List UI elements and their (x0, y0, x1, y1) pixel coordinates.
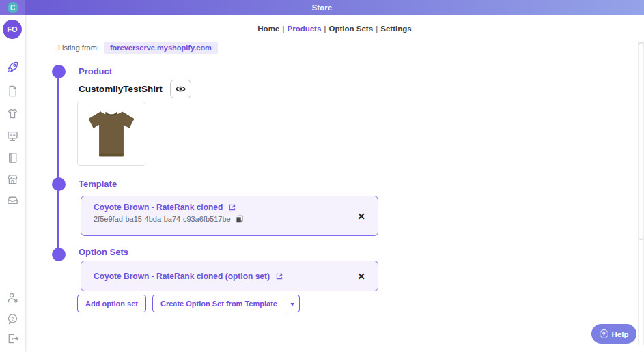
option-sets-heading: Option Sets (79, 247, 128, 257)
window-title: Store (0, 0, 644, 15)
monitor-text-icon: AA (6, 130, 19, 143)
scrollbar-track[interactable] (638, 41, 644, 345)
app-logo[interactable]: C (0, 0, 25, 15)
timeline-dot-product (52, 65, 66, 78)
sidebar-item-getting-started[interactable] (0, 59, 25, 75)
add-option-set-button[interactable]: Add option set (77, 295, 146, 312)
svg-text:?: ? (11, 315, 14, 321)
nav-products[interactable]: Products (287, 25, 321, 33)
exit-door-icon (6, 332, 19, 345)
copy-icon[interactable] (236, 215, 243, 223)
rocket-icon (6, 61, 19, 74)
nav-home[interactable]: Home (257, 25, 279, 33)
nav-separator: | (324, 25, 326, 33)
sidebar-item-help[interactable]: ? (0, 310, 25, 327)
remove-option-set-button[interactable]: ✕ (357, 272, 365, 281)
inbox-tray-icon (6, 194, 19, 207)
nav-settings[interactable]: Settings (380, 25, 411, 33)
nav-separator: | (282, 25, 284, 33)
sidebar-item-store[interactable] (0, 171, 25, 187)
help-button[interactable]: ? Help (591, 324, 636, 344)
external-link-icon[interactable] (275, 272, 283, 280)
nav-option-sets[interactable]: Option Sets (329, 25, 374, 33)
breadcrumb-nav: Home|Products|Option Sets|Settings (25, 25, 644, 33)
template-heading: Template (79, 179, 117, 189)
scrollbar-thumb[interactable] (639, 42, 643, 240)
tshirt-icon (6, 107, 19, 120)
storefront-icon (6, 173, 19, 186)
sidebar-item-catalog[interactable] (0, 149, 25, 166)
create-option-set-split-button: Create Option Set from Template ▾ (152, 295, 300, 312)
timeline-connector (57, 71, 59, 255)
listing-source-row: Listing from: foreverserve.myshopify.com (58, 42, 218, 54)
template-id-row: 2f5e9fad-ba15-4bda-ba74-c93a6fb517be (94, 215, 378, 223)
option-set-link[interactable]: Coyote Brown - RateRank cloned (option s… (94, 272, 270, 281)
template-title-row: Coyote Brown - RateRank cloned (94, 203, 378, 212)
sidebar: FO AA (0, 15, 25, 352)
app-window: Store C FO (0, 0, 644, 352)
nav-separator: | (376, 25, 378, 33)
create-option-set-dropdown-button[interactable]: ▾ (285, 295, 299, 312)
sidebar-item-mockups[interactable]: AA (0, 128, 25, 144)
preview-product-button[interactable] (170, 80, 191, 98)
create-option-set-button[interactable]: Create Option Set from Template (153, 295, 285, 312)
option-set-card: Coyote Brown - RateRank cloned (option s… (81, 261, 378, 291)
product-name-row: CustomilyTestShirt (79, 80, 191, 98)
template-card: Coyote Brown - RateRank cloned 2f5e9fad-… (81, 196, 378, 236)
user-settings-icon (6, 291, 19, 304)
store-domain-badge[interactable]: foreverserve.myshopify.com (104, 42, 218, 54)
product-thumbnail[interactable] (77, 102, 145, 166)
question-bubble-icon: ? (6, 312, 19, 325)
sidebar-item-logout[interactable] (0, 330, 25, 347)
external-link-icon[interactable] (228, 203, 236, 211)
option-set-actions: Add option set Create Option Set from Te… (77, 295, 300, 312)
sidebar-item-inbox[interactable] (0, 192, 25, 208)
template-id: 2f5e9fad-ba15-4bda-ba74-c93a6fb517be (94, 215, 231, 223)
timeline-dot-template (52, 177, 66, 191)
file-icon (6, 85, 19, 98)
help-question-icon: ? (600, 329, 608, 338)
remove-template-button[interactable]: ✕ (357, 211, 365, 221)
option-set-title-row: Coyote Brown - RateRank cloned (option s… (94, 272, 283, 281)
notebook-icon (6, 151, 19, 164)
avatar[interactable]: FO (3, 20, 22, 39)
sidebar-item-account[interactable] (0, 289, 25, 306)
product-heading: Product (79, 66, 112, 76)
sidebar-item-files[interactable] (0, 83, 25, 99)
svg-text:AA: AA (10, 132, 16, 137)
template-link[interactable]: Coyote Brown - RateRank cloned (94, 203, 223, 212)
caret-down-icon: ▾ (290, 300, 294, 308)
listing-from-label: Listing from: (58, 44, 99, 52)
sidebar-item-products[interactable] (0, 105, 25, 121)
timeline-dot-option-sets (52, 248, 66, 261)
product-name: CustomilyTestShirt (79, 84, 163, 94)
eye-icon (175, 83, 186, 95)
tshirt-image (81, 106, 141, 161)
help-label: Help (612, 330, 629, 338)
customily-logo-icon: C (8, 2, 18, 13)
header-bar: Store C (0, 0, 644, 15)
